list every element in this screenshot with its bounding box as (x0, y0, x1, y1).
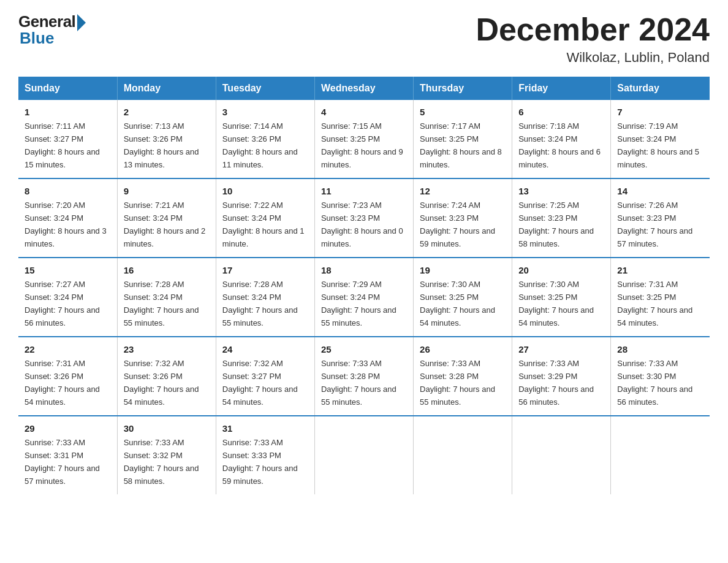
calendar-cell: 31Sunrise: 7:33 AMSunset: 3:33 PMDayligh… (216, 416, 314, 494)
day-number: 1 (25, 105, 111, 119)
day-number: 20 (518, 263, 604, 277)
day-info: Sunrise: 7:11 AMSunset: 3:27 PMDaylight:… (25, 121, 100, 169)
day-number: 8 (25, 184, 111, 198)
location-title: Wilkolaz, Lublin, Poland (476, 50, 710, 66)
day-number: 4 (321, 105, 407, 119)
calendar-cell: 22Sunrise: 7:31 AMSunset: 3:26 PMDayligh… (18, 337, 117, 416)
calendar-cell: 6Sunrise: 7:18 AMSunset: 3:24 PMDaylight… (512, 100, 611, 178)
day-number: 21 (617, 263, 703, 277)
weekday-header-saturday: Saturday (611, 77, 710, 100)
calendar-cell (611, 416, 710, 494)
calendar-cell: 3Sunrise: 7:14 AMSunset: 3:26 PMDaylight… (216, 100, 314, 178)
page-header: General Blue December 2024 Wilkolaz, Lub… (18, 12, 710, 66)
day-info: Sunrise: 7:14 AMSunset: 3:26 PMDaylight:… (222, 121, 298, 169)
day-info: Sunrise: 7:33 AMSunset: 3:33 PMDaylight:… (222, 438, 298, 486)
day-info: Sunrise: 7:33 AMSunset: 3:31 PMDaylight:… (25, 438, 100, 486)
calendar-cell: 28Sunrise: 7:33 AMSunset: 3:30 PMDayligh… (611, 337, 710, 416)
calendar-cell: 1Sunrise: 7:11 AMSunset: 3:27 PMDaylight… (18, 100, 117, 178)
day-info: Sunrise: 7:30 AMSunset: 3:25 PMDaylight:… (420, 280, 495, 327)
day-number: 28 (617, 342, 703, 356)
calendar-cell: 5Sunrise: 7:17 AMSunset: 3:25 PMDaylight… (414, 100, 512, 178)
day-number: 3 (222, 105, 308, 119)
day-number: 23 (124, 342, 210, 356)
day-info: Sunrise: 7:32 AMSunset: 3:26 PMDaylight:… (124, 359, 199, 407)
calendar-cell: 15Sunrise: 7:27 AMSunset: 3:24 PMDayligh… (18, 258, 117, 337)
day-info: Sunrise: 7:31 AMSunset: 3:25 PMDaylight:… (617, 280, 692, 327)
weekday-header-sunday: Sunday (18, 77, 117, 100)
day-info: Sunrise: 7:32 AMSunset: 3:27 PMDaylight:… (222, 359, 298, 407)
day-info: Sunrise: 7:24 AMSunset: 3:23 PMDaylight:… (420, 201, 495, 248)
logo-blue-text: Blue (20, 29, 54, 48)
day-number: 24 (222, 342, 308, 356)
calendar-cell: 11Sunrise: 7:23 AMSunset: 3:23 PMDayligh… (314, 178, 413, 258)
calendar-cell: 12Sunrise: 7:24 AMSunset: 3:23 PMDayligh… (414, 178, 512, 258)
day-number: 25 (321, 342, 407, 356)
day-number: 5 (420, 105, 506, 119)
title-block: December 2024 Wilkolaz, Lublin, Poland (476, 12, 710, 66)
day-number: 9 (124, 184, 210, 198)
day-number: 7 (617, 105, 703, 119)
day-number: 2 (124, 105, 210, 119)
calendar-cell: 10Sunrise: 7:22 AMSunset: 3:24 PMDayligh… (216, 178, 314, 258)
calendar-cell: 18Sunrise: 7:29 AMSunset: 3:24 PMDayligh… (314, 258, 413, 337)
weekday-header-monday: Monday (117, 77, 216, 100)
day-info: Sunrise: 7:22 AMSunset: 3:24 PMDaylight:… (222, 201, 305, 248)
calendar-cell: 4Sunrise: 7:15 AMSunset: 3:25 PMDaylight… (314, 100, 413, 178)
day-info: Sunrise: 7:19 AMSunset: 3:24 PMDaylight:… (617, 121, 699, 169)
month-title: December 2024 (476, 12, 710, 47)
calendar-week-row: 8Sunrise: 7:20 AMSunset: 3:24 PMDaylight… (18, 178, 710, 258)
calendar-cell: 9Sunrise: 7:21 AMSunset: 3:24 PMDaylight… (117, 178, 216, 258)
day-info: Sunrise: 7:20 AMSunset: 3:24 PMDaylight:… (25, 201, 107, 248)
calendar-table: SundayMondayTuesdayWednesdayThursdayFrid… (18, 77, 710, 494)
day-info: Sunrise: 7:26 AMSunset: 3:23 PMDaylight:… (617, 201, 692, 248)
day-info: Sunrise: 7:29 AMSunset: 3:24 PMDaylight:… (321, 280, 396, 327)
calendar-cell: 29Sunrise: 7:33 AMSunset: 3:31 PMDayligh… (18, 416, 117, 494)
day-info: Sunrise: 7:13 AMSunset: 3:26 PMDaylight:… (124, 121, 199, 169)
day-number: 15 (25, 263, 111, 277)
calendar-week-row: 1Sunrise: 7:11 AMSunset: 3:27 PMDaylight… (18, 100, 710, 178)
day-info: Sunrise: 7:25 AMSunset: 3:23 PMDaylight:… (518, 201, 594, 248)
day-number: 27 (518, 342, 604, 356)
day-number: 11 (321, 184, 407, 198)
day-info: Sunrise: 7:23 AMSunset: 3:23 PMDaylight:… (321, 201, 403, 248)
day-number: 29 (25, 421, 111, 435)
calendar-cell: 17Sunrise: 7:28 AMSunset: 3:24 PMDayligh… (216, 258, 314, 337)
calendar-cell: 2Sunrise: 7:13 AMSunset: 3:26 PMDaylight… (117, 100, 216, 178)
weekday-header-friday: Friday (512, 77, 611, 100)
calendar-cell: 13Sunrise: 7:25 AMSunset: 3:23 PMDayligh… (512, 178, 611, 258)
day-number: 22 (25, 342, 111, 356)
calendar-cell: 20Sunrise: 7:30 AMSunset: 3:25 PMDayligh… (512, 258, 611, 337)
logo: General Blue (18, 12, 86, 48)
day-number: 16 (124, 263, 210, 277)
day-number: 31 (222, 421, 308, 435)
day-info: Sunrise: 7:28 AMSunset: 3:24 PMDaylight:… (124, 280, 199, 327)
day-info: Sunrise: 7:18 AMSunset: 3:24 PMDaylight:… (518, 121, 601, 169)
calendar-cell: 30Sunrise: 7:33 AMSunset: 3:32 PMDayligh… (117, 416, 216, 494)
calendar-cell: 23Sunrise: 7:32 AMSunset: 3:26 PMDayligh… (117, 337, 216, 416)
weekday-header-wednesday: Wednesday (314, 77, 413, 100)
calendar-week-row: 15Sunrise: 7:27 AMSunset: 3:24 PMDayligh… (18, 258, 710, 337)
weekday-header-thursday: Thursday (414, 77, 512, 100)
day-info: Sunrise: 7:28 AMSunset: 3:24 PMDaylight:… (222, 280, 298, 327)
day-number: 17 (222, 263, 308, 277)
day-number: 12 (420, 184, 506, 198)
day-number: 10 (222, 184, 308, 198)
calendar-cell: 16Sunrise: 7:28 AMSunset: 3:24 PMDayligh… (117, 258, 216, 337)
calendar-cell: 24Sunrise: 7:32 AMSunset: 3:27 PMDayligh… (216, 337, 314, 416)
day-info: Sunrise: 7:21 AMSunset: 3:24 PMDaylight:… (124, 201, 206, 248)
day-number: 30 (124, 421, 210, 435)
day-info: Sunrise: 7:33 AMSunset: 3:32 PMDaylight:… (124, 438, 199, 486)
logo-arrow-icon (77, 14, 86, 31)
day-number: 19 (420, 263, 506, 277)
day-info: Sunrise: 7:33 AMSunset: 3:29 PMDaylight:… (518, 359, 594, 407)
calendar-cell: 27Sunrise: 7:33 AMSunset: 3:29 PMDayligh… (512, 337, 611, 416)
calendar-cell: 25Sunrise: 7:33 AMSunset: 3:28 PMDayligh… (314, 337, 413, 416)
day-info: Sunrise: 7:17 AMSunset: 3:25 PMDaylight:… (420, 121, 502, 169)
day-info: Sunrise: 7:27 AMSunset: 3:24 PMDaylight:… (25, 280, 100, 327)
day-number: 6 (518, 105, 604, 119)
calendar-week-row: 22Sunrise: 7:31 AMSunset: 3:26 PMDayligh… (18, 337, 710, 416)
day-number: 14 (617, 184, 703, 198)
calendar-cell (512, 416, 611, 494)
day-info: Sunrise: 7:33 AMSunset: 3:28 PMDaylight:… (321, 359, 396, 407)
day-info: Sunrise: 7:15 AMSunset: 3:25 PMDaylight:… (321, 121, 403, 169)
